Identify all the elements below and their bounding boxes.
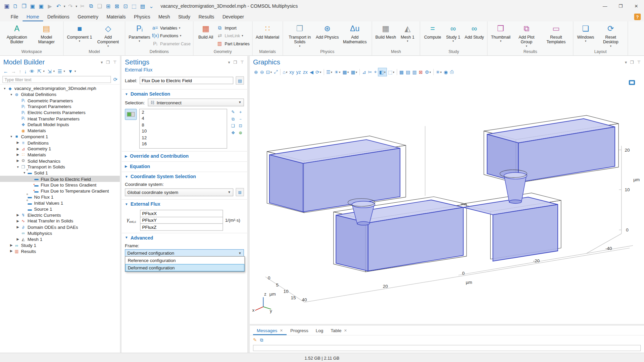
zoom-in-icon[interactable]: ⊕ xyxy=(253,68,259,76)
zoom-extents-icon[interactable]: ⤢ xyxy=(273,68,279,76)
tree-node[interactable]: ▶∂Domain ODEs and DAEs xyxy=(0,224,120,230)
tree-expander-icon[interactable]: ▼ xyxy=(2,87,7,90)
panel-menu-icon[interactable]: ▾ xyxy=(228,60,230,64)
tree-node[interactable]: ▬ᴰInitial Values 1 xyxy=(0,200,120,206)
reset-desktop-button[interactable]: ⟳Reset Desktop▾ xyxy=(596,23,625,48)
chevron-down-icon[interactable]: ▾ xyxy=(75,70,76,73)
mesh-1-button[interactable]: ◭Mesh 1▾ xyxy=(398,23,417,43)
parameter-case-button[interactable]: PᵢParameter Case xyxy=(152,40,191,47)
menu-materials[interactable]: Materials xyxy=(102,12,130,21)
rename-label-button[interactable]: ▤ xyxy=(236,76,244,85)
tree-expander-icon[interactable]: ▼ xyxy=(9,93,13,96)
tree-node[interactable]: ▶∞Study 1 xyxy=(0,242,120,248)
tree-node[interactable]: ▬●Flux Due to Stress Gradient xyxy=(0,182,120,188)
functions-button[interactable]: f(x)Functions▾ xyxy=(152,32,191,39)
model-manager-button[interactable]: ▤Model Manager xyxy=(32,23,61,44)
back-icon[interactable]: ← xyxy=(3,68,8,74)
compute-button[interactable]: =Compute xyxy=(423,23,443,40)
tree-expander-icon[interactable]: ▼ xyxy=(16,165,20,168)
copy-log-icon[interactable]: ⧉ xyxy=(260,338,263,343)
tree-node[interactable]: PᵢTransport Parameters xyxy=(0,103,120,109)
section-coordinate-system[interactable]: ▼ Coordinate System Selection xyxy=(121,172,247,181)
tree-expander-icon[interactable]: ▶ xyxy=(16,153,20,157)
menu-geometry[interactable]: Geometry xyxy=(73,12,102,21)
section-equation[interactable]: ▶ Equation xyxy=(121,161,247,170)
close-icon[interactable]: ✕ xyxy=(280,328,283,332)
tree-node[interactable]: ▶≡Definitions xyxy=(0,140,120,146)
tree-node[interactable]: ▬●Flux Due to Temperature Gradient xyxy=(0,188,120,194)
float-panel-icon[interactable]: ❐ xyxy=(630,60,634,64)
select-mode-icon[interactable]: ⊿ xyxy=(361,68,367,76)
menu-physics[interactable]: Physics xyxy=(130,12,154,21)
label-input[interactable] xyxy=(140,77,233,84)
show-icon[interactable]: 👁 xyxy=(30,68,35,74)
minimize-button[interactable]: — xyxy=(597,0,613,12)
report-icon[interactable]: ▤ xyxy=(138,3,147,9)
flux-field-y[interactable] xyxy=(140,217,223,224)
tree-node[interactable]: ∞Multiphysics xyxy=(0,230,120,236)
menu-file[interactable]: File xyxy=(7,12,22,21)
save-icon[interactable]: ▣ xyxy=(28,3,37,9)
collapse-icon[interactable]: ⇲ xyxy=(47,68,51,74)
build-all-button[interactable]: ▦Build All xyxy=(196,23,216,40)
zoom-box-icon[interactable]: ⊡▾ xyxy=(265,68,273,76)
float-panel-icon[interactable]: ❐ xyxy=(234,60,237,64)
select-box-icon[interactable]: ⊡ xyxy=(121,3,130,9)
section-external-flux[interactable]: ▼ External Flux xyxy=(121,199,247,208)
panel-menu-icon[interactable]: ▾ xyxy=(101,60,103,64)
zoom-to-selection-icon[interactable]: ⊕ xyxy=(237,130,244,137)
section-domain-selection[interactable]: ▼ Domain Selection xyxy=(121,89,247,98)
tree-node[interactable]: ▼▬ᴰSolid 1 xyxy=(0,170,120,176)
view-yz-icon[interactable]: yz xyxy=(295,68,302,76)
remove-from-selection-icon[interactable]: － xyxy=(237,116,244,122)
thumbnail-button[interactable]: ❒Thumbnail▾ xyxy=(490,23,511,43)
expand-icon[interactable]: ⇱ xyxy=(37,68,41,74)
domain-list-item[interactable]: 10 xyxy=(142,128,225,135)
tree-node[interactable]: ▼■Component 1 xyxy=(0,134,120,140)
livelink-button[interactable]: ⇄LiveLink▾ xyxy=(216,32,250,39)
box-select-icon[interactable]: ⊡ xyxy=(237,123,244,130)
tree-node[interactable]: PᵢHeat Transfer Parameters xyxy=(0,115,120,121)
graphics-scene[interactable]: 20µm100-40-200510µm1540200µmxyz xyxy=(250,77,644,324)
measure-icon[interactable]: ⌖ xyxy=(373,68,378,76)
domain-list-item[interactable]: 4 xyxy=(142,116,225,122)
panel-menu-icon[interactable]: ▾ xyxy=(625,60,627,64)
image-export-icon[interactable]: ▦▾ xyxy=(350,68,358,76)
tab-log[interactable]: Log xyxy=(312,326,327,335)
tree-node[interactable]: PᵢGeometric Parameters xyxy=(0,98,120,104)
grid-all-icon[interactable]: ▥ xyxy=(411,68,418,76)
transport-in-solids-button[interactable]: ❐Transport in Solids▾ xyxy=(285,23,314,48)
domain-list-item[interactable]: 2 xyxy=(142,110,225,116)
move-down-icon[interactable]: ↓ xyxy=(24,68,27,74)
grid-plane-icon[interactable]: ▤ xyxy=(405,68,411,76)
component-1-button[interactable]: ■Component 1▾ xyxy=(66,23,93,43)
windows-button[interactable]: ❏Windows▾ xyxy=(576,23,596,43)
chevron-down-icon[interactable]: ▾ xyxy=(76,4,77,8)
forward-icon[interactable]: → xyxy=(11,68,16,74)
tree-expander-icon[interactable]: ▶ xyxy=(16,213,20,217)
variables-button[interactable]: a=Variables▾ xyxy=(152,24,191,32)
flux-field-x[interactable] xyxy=(140,210,223,217)
comsol-logo-icon[interactable]: ▣ xyxy=(2,3,11,10)
selection-colors-icon[interactable]: ⊠ xyxy=(418,68,424,76)
tree-expander-icon[interactable]: ▶ xyxy=(9,243,13,247)
view-zx-icon[interactable]: zx xyxy=(302,68,309,76)
tree-expander-icon[interactable]: ▶ xyxy=(9,249,13,253)
go-to-default-view-icon[interactable]: ⌂▾ xyxy=(282,68,288,76)
add-plot-group-button[interactable]: ⧉Add Plot Group▾ xyxy=(512,23,541,48)
chevron-down-icon[interactable]: ▾ xyxy=(64,70,65,73)
undo-icon[interactable]: ↶ xyxy=(54,3,63,9)
scene-settings-icon[interactable]: ⚙▾ xyxy=(424,68,432,76)
customize-toolbar-icon[interactable]: ⌄ xyxy=(147,3,156,9)
zoom-out-icon[interactable]: ⊖ xyxy=(259,68,265,76)
domain-selection-list[interactable]: 248101216 xyxy=(139,109,227,149)
tree-node[interactable]: ▶∿Heat Transfer in Solids xyxy=(0,218,120,224)
study-1-button[interactable]: ∞Study 1▾ xyxy=(443,23,463,43)
run-icon[interactable]: ▶ xyxy=(46,3,54,9)
tab-table[interactable]: Table✕ xyxy=(327,326,351,335)
clip-plane-icon[interactable]: ✂ xyxy=(367,68,373,76)
menu-results[interactable]: Results xyxy=(194,12,218,21)
tree-expander-icon[interactable]: ▶ xyxy=(16,159,20,163)
update-plot-icon[interactable]: ✳▾ xyxy=(435,68,443,76)
result-templates-button[interactable]: ▭Result Templates xyxy=(542,23,571,44)
